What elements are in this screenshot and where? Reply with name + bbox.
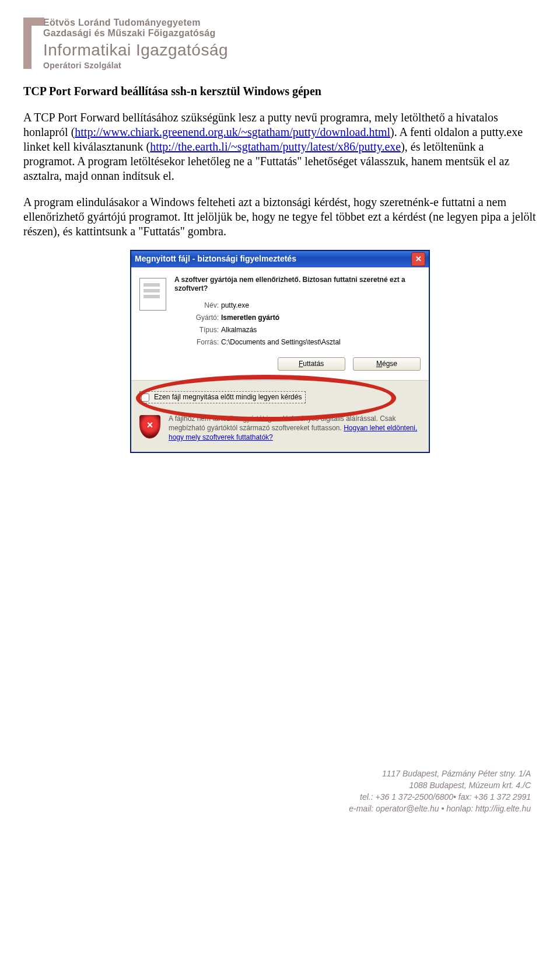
paragraph-1: A TCP Port Forward bellításához szükségü… (23, 110, 537, 183)
cancel-button[interactable]: Mégse (353, 357, 421, 371)
run-button-rest: uttatás (303, 360, 324, 368)
footer-line-4: e-mail: operator@elte.hu • honlap: http:… (23, 803, 531, 814)
label-type: Típus: (178, 326, 219, 335)
value-vendor: Ismeretlen gyártó (221, 313, 421, 322)
document-title: TCP Port Forward beállítása ssh-n kerszt… (23, 84, 537, 99)
cancel-button-rest: égse (382, 360, 397, 368)
page-footer: 1117 Budapest, Pázmány Péter stny. 1/A 1… (23, 768, 537, 815)
header-corner-graphic (23, 18, 44, 69)
run-button[interactable]: Futtatás (278, 357, 345, 371)
org-line-2: Gazdasági és Műszaki Főigazgatóság (43, 28, 537, 39)
putty-download-page-link[interactable]: http://www.chiark.greenend.org.uk/~sgtat… (75, 126, 390, 138)
warning-text: A fájlhoz nem tartozik a gyártót igazoló… (169, 414, 421, 443)
file-info-grid: Név: putty.exe Gyártó: Ismeretlen gyártó… (178, 301, 421, 347)
org-line-4: Operátori Szolgálat (43, 61, 537, 70)
always-ask-checkbox[interactable] (141, 393, 149, 402)
label-source: Forrás: (178, 338, 219, 347)
dialog-content-bottom: Ezen fájl megnyitása előtt mindig legyen… (131, 381, 429, 452)
letterhead: Eötvös Loránd Tudományegyetem Gazdasági … (23, 18, 537, 70)
putty-exe-link[interactable]: http://the.earth.li/~sgtatham/putty/late… (150, 140, 401, 153)
label-vendor: Gyártó: (178, 313, 219, 322)
document-body: TCP Port Forward beállítása ssh-n kerszt… (23, 84, 537, 452)
value-type: Alkalmazás (221, 326, 421, 335)
value-source: C:\Documents and Settings\test\Asztal (221, 338, 421, 347)
always-ask-label: Ezen fájl megnyitása előtt mindig legyen… (154, 393, 302, 402)
close-icon: ✕ (415, 255, 422, 264)
close-button[interactable]: ✕ (411, 252, 425, 266)
value-name: putty.exe (221, 301, 421, 310)
always-ask-checkbox-row[interactable]: Ezen fájl megnyitása előtt mindig legyen… (139, 391, 306, 403)
paragraph-2: A program elindulásakor a Windows felteh… (23, 195, 537, 239)
security-warning-dialog: Megnyitott fájl - biztonsági figyelmezte… (131, 250, 429, 452)
dialog-titlebar: Megnyitott fájl - biztonsági figyelmezte… (131, 251, 429, 267)
dialog-title: Megnyitott fájl - biztonsági figyelmezte… (135, 254, 296, 264)
dialog-content-top: A szoftver gyártója nem ellenőrizhető. B… (131, 267, 429, 381)
shield-warning-icon (139, 415, 160, 438)
cancel-button-hotkey: M (376, 360, 382, 368)
org-line-3: Informatikai Igazgatóság (43, 41, 537, 60)
org-line-1: Eötvös Loránd Tudományegyetem (43, 18, 537, 28)
footer-line-1: 1117 Budapest, Pázmány Péter stny. 1/A (23, 768, 531, 779)
label-name: Név: (178, 301, 219, 310)
footer-line-3: tel.: +36 1 372-2500/6800• fax: +36 1 37… (23, 791, 531, 803)
dialog-question: A szoftver gyártója nem ellenőrizhető. B… (174, 276, 421, 293)
footer-line-2: 1088 Budapest, Múzeum krt. 4./C (23, 779, 531, 791)
file-icon (139, 278, 166, 311)
